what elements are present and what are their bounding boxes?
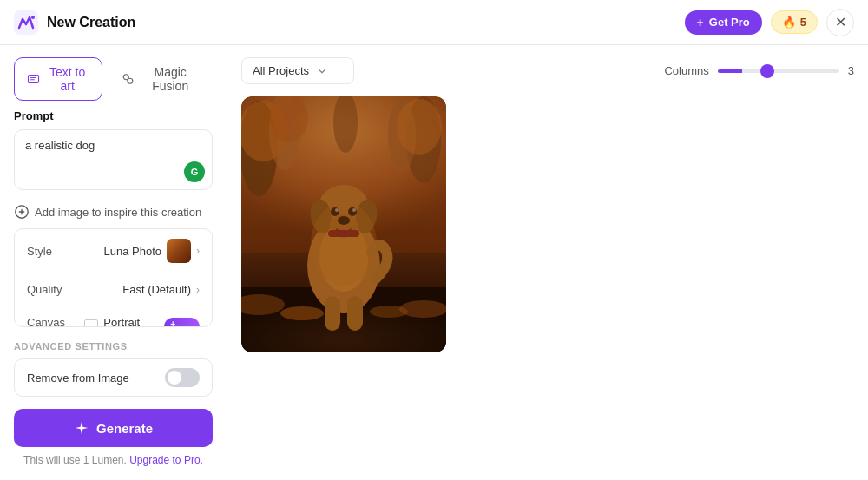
background-svg: [241, 96, 446, 352]
tab-text-to-art[interactable]: Text to art: [14, 57, 102, 101]
right-top-bar: All Projects Columns 3: [241, 57, 854, 84]
add-image-label: Add image to inspire this creation: [35, 206, 201, 219]
style-thumbnail: [167, 239, 191, 263]
tab-text-to-art-label: Text to art: [45, 65, 89, 93]
prompt-section: Prompt a realistic dog G: [0, 109, 227, 190]
svg-point-1: [31, 16, 35, 19]
advanced-settings-label: ADVANCED SETTINGS: [0, 336, 227, 358]
add-image-row[interactable]: Add image to inspire this creation: [0, 199, 227, 228]
close-button[interactable]: ✕: [826, 9, 854, 36]
footer-text: This will use 1 Lumen. Upgrade to Pro.: [0, 454, 227, 466]
columns-slider[interactable]: [718, 69, 839, 73]
app-logo-icon: [14, 10, 38, 35]
generate-button[interactable]: Generate: [14, 409, 213, 447]
lumen-info: This will use 1 Lumen.: [23, 454, 127, 466]
toggle-knob: [168, 371, 181, 385]
canvas-size-row[interactable]: Canvas Size Portrait (4:5) + PRO: [15, 306, 212, 327]
settings-block: Style Luna Photo › Quality Fast (Default…: [14, 228, 213, 327]
dog-image: [241, 96, 446, 352]
generate-label: Generate: [96, 421, 153, 436]
sparkle-icon: [74, 420, 89, 436]
remove-image-row: Remove from Image: [14, 358, 213, 397]
quality-label: Quality: [27, 283, 62, 296]
header-left: New Creation: [14, 10, 135, 35]
magic-fusion-icon: [122, 71, 135, 87]
close-icon: ✕: [835, 14, 846, 30]
columns-value: 3: [848, 64, 854, 77]
lumen-count: 5: [800, 16, 806, 29]
tab-magic-fusion-label: Magic Fusion: [140, 65, 201, 93]
get-pro-button[interactable]: + Get Pro: [685, 10, 762, 35]
canvas-size-label: Canvas Size: [27, 316, 84, 327]
add-circle-icon: [14, 204, 30, 220]
header-right: + Get Pro 🔥 5 ✕: [685, 9, 854, 36]
columns-label: Columns: [664, 64, 708, 77]
tab-row: Text to art Magic Fusion: [0, 45, 227, 109]
style-name: Luna Photo: [103, 245, 161, 258]
fire-icon: 🔥: [782, 16, 796, 29]
left-panel: Text to art Magic Fusion Prompt a realis…: [0, 45, 227, 480]
chevron-down-icon: [316, 65, 328, 77]
pro-badge: + PRO: [164, 318, 200, 327]
image-card[interactable]: [241, 96, 446, 352]
plus-icon: +: [697, 16, 704, 30]
get-pro-label: Get Pro: [709, 16, 750, 29]
svg-rect-36: [241, 96, 446, 352]
prompt-label: Prompt: [14, 109, 213, 122]
style-chevron-icon: ›: [196, 245, 200, 257]
grammarly-icon: G: [184, 161, 205, 182]
style-value: Luna Photo ›: [103, 239, 200, 263]
style-label: Style: [27, 245, 52, 258]
remove-image-toggle[interactable]: [165, 368, 200, 387]
lumen-badge[interactable]: 🔥 5: [771, 10, 818, 34]
text-to-art-icon: [27, 71, 40, 87]
quality-row[interactable]: Quality Fast (Default) ›: [15, 273, 212, 306]
svg-rect-2: [29, 75, 39, 82]
canvas-size-value: Portrait (4:5) + PRO: [84, 316, 200, 327]
quality-chevron-icon: ›: [196, 284, 200, 296]
app-title: New Creation: [47, 15, 135, 30]
right-panel: All Projects Columns 3: [227, 45, 868, 480]
main-layout: Text to art Magic Fusion Prompt a realis…: [0, 45, 868, 480]
quality-value: Fast (Default) ›: [122, 283, 200, 296]
prompt-box[interactable]: a realistic dog G: [14, 129, 213, 190]
projects-label: All Projects: [253, 64, 309, 77]
image-grid: [241, 96, 854, 352]
quality-name: Fast (Default): [122, 283, 191, 296]
prompt-value: a realistic dog: [25, 139, 95, 152]
canvas-size-icon: [84, 319, 98, 327]
app-header: New Creation + Get Pro 🔥 5 ✕: [0, 0, 868, 45]
style-row[interactable]: Style Luna Photo ›: [15, 229, 212, 273]
tab-magic-fusion[interactable]: Magic Fusion: [109, 57, 213, 101]
svg-point-4: [128, 78, 133, 83]
columns-control: Columns 3: [664, 64, 854, 77]
remove-image-label: Remove from Image: [27, 372, 129, 385]
canvas-size-name: Portrait (4:5): [103, 316, 159, 327]
upgrade-link[interactable]: Upgrade to Pro.: [129, 454, 203, 466]
projects-dropdown[interactable]: All Projects: [241, 57, 354, 84]
